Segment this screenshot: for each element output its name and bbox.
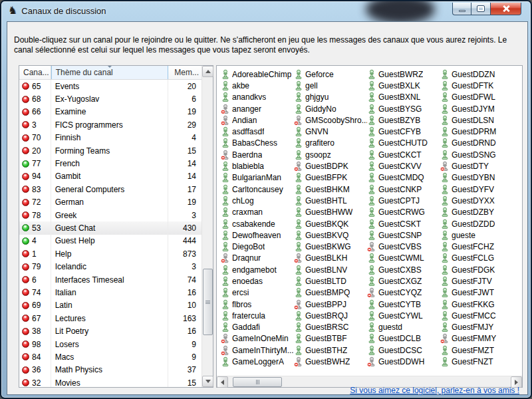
user-item[interactable]: GuestFMJY <box>440 322 513 333</box>
user-item[interactable]: GuestDFWL <box>440 92 513 103</box>
channel-row[interactable]: 65 Events 20 <box>19 80 201 92</box>
user-item[interactable]: GuestDJYM <box>440 103 513 114</box>
user-item[interactable]: GuestFKKG <box>440 299 513 310</box>
user-item[interactable]: flbros <box>221 299 294 310</box>
user-item[interactable]: BabasChess <box>221 138 294 149</box>
user-item[interactable]: BulgarianMan <box>221 172 294 184</box>
channel-row[interactable]: 3 FICS programmers 29 <box>19 118 201 131</box>
user-item[interactable]: GuestBLKH <box>294 253 367 264</box>
user-item[interactable]: Gaddafi <box>221 322 294 333</box>
user-item[interactable]: gsoopz <box>294 149 367 160</box>
user-item[interactable]: GuestFJWT <box>440 287 513 299</box>
channel-row[interactable]: 1 Help 873 <box>19 247 201 260</box>
user-item[interactable]: grafitero <box>294 138 367 149</box>
user-item[interactable]: GNVN <box>294 126 367 137</box>
scroll-down-button[interactable] <box>202 376 213 387</box>
user-item[interactable]: GuestCVBS <box>367 241 440 252</box>
column-header-members[interactable]: Mem... <box>168 66 201 79</box>
user-item[interactable]: GuestDFTK <box>440 80 513 91</box>
user-item[interactable]: GuestCYQZ <box>367 287 440 299</box>
user-item[interactable]: blabiebla <box>221 160 294 172</box>
user-item[interactable]: GiddyNo <box>294 103 367 114</box>
user-item[interactable]: GuestCPTJ <box>367 195 440 206</box>
column-header-theme[interactable]: Thème du canal <box>51 66 169 79</box>
channel-row[interactable]: 79 Icelandic 3 <box>19 260 201 273</box>
user-item[interactable]: GameInOneMin <box>221 333 294 344</box>
user-item[interactable]: ercsi <box>221 287 294 299</box>
user-item[interactable]: GuestBRQJ <box>294 310 367 321</box>
user-item[interactable]: Carltoncausey <box>221 184 294 195</box>
user-item[interactable]: GuestDSNG <box>440 149 513 160</box>
user-item[interactable]: GMScoobyShro... <box>294 114 367 126</box>
user-item[interactable]: GuestCKCT <box>367 149 440 160</box>
user-item[interactable]: GuestBHKM <box>294 184 367 195</box>
user-item[interactable]: GuestBYSG <box>367 103 440 114</box>
user-item[interactable]: Draqnur <box>221 253 294 264</box>
user-item[interactable]: gell <box>294 80 367 91</box>
user-item[interactable]: GuestDCLB <box>367 333 440 344</box>
user-item[interactable]: GuestDZBY <box>440 207 513 218</box>
user-item[interactable]: GuestBDPK <box>294 160 367 172</box>
channel-row[interactable]: 67 Lectures 163 <box>19 312 201 325</box>
column-header-channel[interactable]: Cana... <box>19 66 51 79</box>
user-item[interactable]: GuestCXBS <box>367 264 440 275</box>
user-item[interactable]: csabakende <box>221 218 294 229</box>
scroll-up-button[interactable] <box>202 66 213 77</box>
user-item[interactable]: GuestCSKT <box>367 218 440 229</box>
user-item[interactable]: GuestBPPJ <box>294 299 367 310</box>
scroll-left-button[interactable] <box>217 376 228 388</box>
user-item[interactable]: GuestCRWG <box>367 207 440 218</box>
user-item[interactable]: anandkvs <box>221 92 294 103</box>
user-item[interactable]: akbe <box>221 80 294 91</box>
user-item[interactable]: GuestCXGZ <box>367 275 440 287</box>
vertical-scroll-thumb[interactable] <box>203 269 213 335</box>
user-item[interactable]: GuestCHUTD <box>367 138 440 149</box>
user-item[interactable]: GuestFCLG <box>440 253 513 264</box>
channel-row[interactable]: 69 Latin 10 <box>19 299 201 312</box>
user-item[interactable]: GuestCYTB <box>367 299 440 310</box>
user-item[interactable]: GuestBMPQ <box>294 287 367 299</box>
user-item[interactable]: GuestCNKP <box>367 184 440 195</box>
user-item[interactable]: ananger <box>221 103 294 114</box>
titlebar[interactable]: ♞ Canaux de discussion <box>1 1 531 21</box>
user-item[interactable]: GuestDZDD <box>440 218 513 229</box>
user-item[interactable]: GuestBHTL <box>294 195 367 206</box>
user-item[interactable]: GuestBFPK <box>294 172 367 184</box>
maximize-button[interactable] <box>471 3 490 15</box>
user-item[interactable]: GuestCSNP <box>367 229 440 241</box>
channel-row[interactable]: 74 Italian 16 <box>19 286 201 299</box>
user-item[interactable]: GuestBWHZ <box>294 356 367 367</box>
user-item[interactable]: enoedas <box>221 275 294 287</box>
minimize-button[interactable] <box>452 3 471 15</box>
share-software-link[interactable]: Si vous aimez ce logiciel, parlez-en à v… <box>350 386 519 395</box>
user-item[interactable]: GameInThirtyM... <box>221 344 294 356</box>
user-item[interactable]: chLog <box>221 195 294 206</box>
user-item[interactable]: GuestBKWG <box>294 241 367 252</box>
user-item[interactable]: guestd <box>367 322 440 333</box>
user-item[interactable]: GuestCWML <box>367 253 440 264</box>
user-item[interactable]: GuestBLNV <box>294 264 367 275</box>
channel-row[interactable]: 78 Greek 3 <box>19 209 201 221</box>
user-item[interactable]: GuestBTHZ <box>294 344 367 356</box>
user-item[interactable]: endgamebot <box>221 264 294 275</box>
user-item[interactable]: GuestFNZT <box>440 356 513 367</box>
user-item[interactable]: GuestBRSC <box>294 322 367 333</box>
channel-row[interactable]: 32 Movies 15 <box>19 376 201 387</box>
user-item[interactable]: GuestDCSC <box>367 344 440 356</box>
user-item[interactable]: GuestDRND <box>440 138 513 149</box>
channel-row[interactable]: 84 Macs 9 <box>19 350 201 363</box>
user-item[interactable]: GuestBWRZ <box>367 68 440 80</box>
user-item[interactable]: craxman <box>221 207 294 218</box>
user-item[interactable]: Baerdna <box>221 149 294 160</box>
user-item[interactable]: GuestFMMY <box>440 333 513 344</box>
close-button[interactable] <box>490 3 521 15</box>
user-item[interactable]: GuestDPRM <box>440 126 513 137</box>
channel-row[interactable]: 36 Math Physics 37 <box>19 364 201 376</box>
user-item[interactable]: AdoreableChimp <box>221 68 294 80</box>
user-item[interactable]: GuestCFYB <box>367 126 440 137</box>
channel-row[interactable]: 83 General Computers 17 <box>19 183 201 196</box>
user-item[interactable]: GuestDDZN <box>440 68 513 80</box>
channel-row[interactable]: 94 Gambit 14 <box>19 170 201 183</box>
user-item[interactable]: asdffasdf <box>221 126 294 137</box>
user-item[interactable]: GuestBHWW <box>294 207 367 218</box>
